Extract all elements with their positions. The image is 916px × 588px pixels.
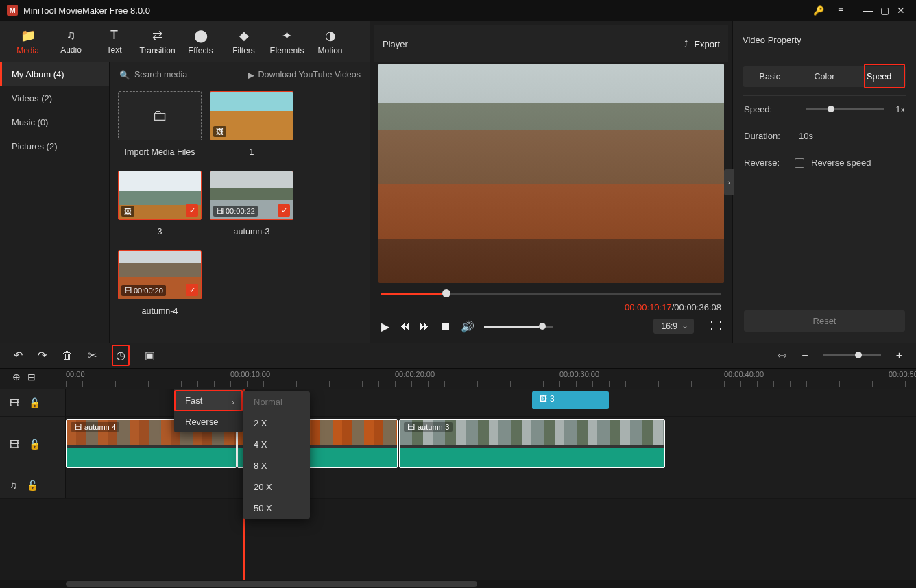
speed-menu-fast[interactable]: Fast: [174, 390, 243, 411]
tab-basic[interactable]: Basic: [743, 66, 797, 87]
expand-panel-handle[interactable]: ›: [724, 169, 734, 195]
youtube-icon: ▶: [248, 70, 254, 80]
folder-open-icon: 🗀: [152, 107, 167, 125]
speed-label: Speed:: [744, 104, 795, 114]
volume-slider[interactable]: [484, 326, 553, 328]
sidebar-item-my-album[interactable]: My Album (4): [0, 62, 109, 86]
reverse-checkbox-label: Reverse speed: [811, 158, 871, 168]
tab-elements[interactable]: ✦ Elements: [265, 28, 309, 56]
player-title: Player: [383, 39, 408, 49]
tab-filters[interactable]: ◆ Filters: [222, 28, 265, 56]
tab-speed[interactable]: Speed: [852, 66, 906, 87]
folder-icon: 📁: [6, 28, 49, 43]
film-icon: 🎞: [74, 423, 82, 431]
search-icon: 🔍: [119, 70, 130, 80]
zoom-out-button[interactable]: −: [802, 350, 808, 362]
media-thumb-3[interactable]: 🖼 ✓ 3: [118, 171, 202, 236]
tab-motion[interactable]: ◑ Motion: [309, 28, 352, 56]
effects-icon: ⬤: [179, 28, 222, 43]
media-thumb-1[interactable]: 🖼 1: [210, 91, 293, 157]
tab-color[interactable]: Color: [797, 66, 852, 87]
duration-label: Duration:: [744, 131, 795, 141]
media-sidebar: My Album (4) Videos (2) Music (0) Pictur…: [0, 62, 110, 343]
tab-audio[interactable]: ♫ Audio: [49, 28, 93, 55]
close-button[interactable]: ✕: [893, 5, 909, 16]
video-preview[interactable]: [378, 64, 724, 283]
tab-media[interactable]: 📁 Media: [6, 28, 49, 56]
check-icon: ✓: [278, 204, 290, 217]
volume-icon[interactable]: 🔊: [461, 320, 474, 333]
media-thumb-autumn-4[interactable]: 🎞00:00:20 ✓ autumn-4: [118, 250, 202, 316]
export-button[interactable]: ⤴ Export: [684, 39, 720, 49]
speed-8x[interactable]: 8 X: [243, 455, 310, 476]
split-button[interactable]: ✂: [88, 349, 97, 362]
music-note-icon: ♫: [10, 480, 17, 491]
speed-menu-reverse[interactable]: Reverse: [174, 411, 243, 432]
track-video: 🎞🔓 🎞autumn-4 🎞autumn-3: [0, 417, 916, 471]
track-audio: ♫🔓: [0, 471, 916, 499]
lock-icon[interactable]: 🔓: [27, 480, 38, 491]
overlay-clip-3[interactable]: 🖼3: [532, 391, 609, 409]
import-media-button[interactable]: 🗀 Import Media Files: [118, 91, 202, 157]
speed-50x[interactable]: 50 X: [243, 498, 310, 519]
speed-slider[interactable]: [806, 108, 884, 110]
motion-icon: ◑: [309, 28, 352, 43]
tab-transition[interactable]: ⇄ Transition: [136, 28, 179, 56]
download-youtube-link[interactable]: ▶ Download YouTube Videos: [248, 70, 361, 80]
speed-4x[interactable]: 4 X: [243, 434, 310, 455]
zoom-slider[interactable]: [823, 354, 881, 356]
timeline-scrollbar[interactable]: [0, 580, 916, 588]
media-thumb-autumn-3[interactable]: 🎞00:00:22 ✓ autumn-3: [210, 171, 293, 236]
clip-autumn-3[interactable]: 🎞autumn-3: [399, 419, 665, 468]
aspect-ratio-select[interactable]: 16:9: [653, 319, 694, 334]
music-note-icon: ♫: [49, 28, 93, 42]
undo-button[interactable]: ↶: [14, 349, 23, 362]
fullscreen-button[interactable]: ⛶: [710, 320, 721, 332]
speed-menu: Slow Fast Reverse: [174, 389, 243, 432]
transition-icon: ⇄: [136, 28, 179, 43]
next-frame-button[interactable]: ⏭: [420, 320, 431, 332]
hamburger-menu-icon[interactable]: ≡: [832, 5, 849, 16]
delete-button[interactable]: 🗑: [62, 350, 73, 362]
image-icon: 🖼: [539, 394, 547, 404]
text-icon: T: [93, 28, 136, 42]
reverse-checkbox[interactable]: [795, 158, 804, 168]
speed-value: 1x: [895, 104, 905, 114]
sidebar-item-videos[interactable]: Videos (2): [0, 86, 109, 110]
zoom-in-button[interactable]: +: [896, 350, 902, 362]
stop-button[interactable]: ⏹: [440, 320, 451, 332]
check-icon: ✓: [186, 284, 198, 296]
minimize-button[interactable]: —: [860, 5, 876, 16]
tab-effects[interactable]: ⬤ Effects: [179, 28, 222, 56]
playback-time: 00:00:10:17 / 00:00:36:08: [374, 302, 728, 314]
prev-frame-button[interactable]: ⏮: [399, 320, 410, 332]
remove-track-button[interactable]: ⊟: [27, 371, 36, 382]
export-icon: ⤴: [684, 39, 688, 49]
film-icon: 🎞: [407, 423, 415, 431]
crop-button[interactable]: ▣: [145, 349, 155, 362]
speed-2x[interactable]: 2 X: [243, 413, 310, 434]
premium-key-icon[interactable]: 🔑: [813, 5, 824, 16]
sidebar-item-music[interactable]: Music (0): [0, 110, 109, 134]
lock-icon[interactable]: 🔓: [29, 397, 40, 408]
playback-progress[interactable]: [381, 287, 721, 301]
app-logo: M: [7, 5, 18, 16]
reverse-label: Reverse:: [744, 158, 795, 168]
duration-value: 10s: [799, 131, 813, 141]
speed-20x[interactable]: 20 X: [243, 476, 310, 498]
property-panel-title: Video Property: [733, 21, 916, 58]
redo-button[interactable]: ↷: [38, 349, 47, 362]
speed-normal[interactable]: Normal: [243, 391, 310, 413]
speed-tool-button[interactable]: ◷: [112, 345, 130, 366]
film-icon: 🎞: [10, 439, 19, 450]
reset-button[interactable]: Reset: [744, 310, 905, 332]
play-button[interactable]: ▶: [381, 320, 389, 333]
add-track-button[interactable]: ⊕: [12, 371, 21, 382]
fit-timeline-button[interactable]: ⇿: [778, 349, 786, 362]
timeline-ruler[interactable]: ⊕ ⊟ 00:00 00:00:10:00 00:00:20:00 00:00:…: [0, 369, 916, 389]
search-media[interactable]: 🔍 Search media: [119, 70, 248, 80]
lock-icon[interactable]: 🔓: [29, 439, 40, 450]
maximize-button[interactable]: ▢: [876, 5, 893, 16]
sidebar-item-pictures[interactable]: Pictures (2): [0, 134, 109, 158]
tab-text[interactable]: T Text: [93, 28, 136, 55]
